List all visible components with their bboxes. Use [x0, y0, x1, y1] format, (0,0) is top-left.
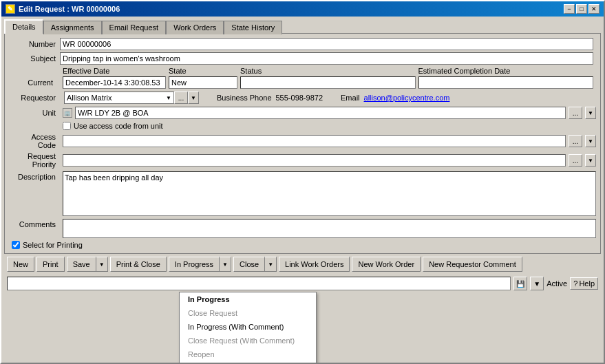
- unit-icon: 🏢: [63, 108, 72, 118]
- status-arrow-button[interactable]: ▼: [530, 277, 544, 290]
- form-area: Number Subject Effective Date State Stat…: [4, 33, 601, 254]
- tab-bar: Details Assignments Email Request Work O…: [4, 19, 601, 33]
- access-code-checkbox[interactable]: [63, 122, 71, 130]
- request-priority-row: Request Priority ... ▼: [9, 152, 596, 169]
- print-checkbox-label: Select for Printing: [23, 241, 83, 249]
- status-value: [240, 76, 416, 89]
- tab-state-history[interactable]: State History: [224, 21, 282, 34]
- access-code-label: Access Code: [12, 133, 60, 149]
- number-label: Number: [12, 40, 60, 48]
- tab-details[interactable]: Details: [4, 19, 43, 34]
- main-window: ✎ Edit Request : WR 00000006 − □ ✕ Detai…: [0, 0, 605, 364]
- print-close-button[interactable]: Print & Close: [110, 257, 167, 272]
- new-requestor-comment-button[interactable]: New Requestor Comment: [423, 257, 522, 272]
- requestor-arrow-button[interactable]: ▼: [188, 92, 199, 104]
- print-checkbox-row: Select for Printing: [9, 241, 596, 249]
- subject-label: Subject: [12, 54, 60, 63]
- minimize-button[interactable]: −: [564, 4, 575, 14]
- access-code-row: Access Code ... ▼: [9, 133, 596, 149]
- help-icon: ?: [573, 279, 577, 288]
- description-row: Description: [9, 171, 596, 216]
- access-checkbox-row: Use access code from unit: [9, 122, 596, 130]
- access-code-arrow-button[interactable]: ▼: [585, 135, 596, 147]
- dropdown-item-reopen[interactable]: Reopen: [180, 347, 316, 361]
- title-buttons: − □ ✕: [564, 4, 599, 14]
- save-button[interactable]: Save: [67, 257, 96, 272]
- current-row-label: Current: [9, 78, 57, 87]
- number-input[interactable]: [60, 38, 593, 50]
- save-dropdown-button[interactable]: ▼: [96, 257, 108, 272]
- print-checkbox[interactable]: [12, 241, 20, 249]
- estimated-completion-header: Estimated Completion Date: [418, 67, 594, 75]
- tab-assignments[interactable]: Assignments: [43, 21, 102, 34]
- link-work-orders-button[interactable]: Link Work Orders: [279, 257, 350, 272]
- in-progress-split-button: In Progress ▼: [169, 257, 231, 272]
- print-button[interactable]: Print: [36, 257, 65, 272]
- number-row: Number: [9, 38, 596, 50]
- description-label: Description: [12, 171, 60, 181]
- unit-arrow-button[interactable]: ▼: [585, 107, 596, 119]
- close-button[interactable]: Close: [233, 257, 265, 272]
- save-split-button: Save ▼: [67, 257, 108, 272]
- help-label: Help: [579, 279, 595, 288]
- window-icon: ✎: [6, 4, 15, 14]
- tab-email-request[interactable]: Email Request: [102, 21, 167, 34]
- status-bar: 💾 ▼ Active ? Help: [4, 275, 601, 292]
- toolbar: New Print Save ▼ Print & Close In Progre…: [4, 254, 601, 275]
- dropdown-item-close-with-comment[interactable]: Close Request (With Comment): [180, 334, 316, 347]
- business-phone-value: 555-098-9872: [276, 94, 323, 102]
- in-progress-button[interactable]: In Progress: [169, 257, 220, 272]
- close-dropdown-button[interactable]: ▼: [265, 257, 277, 272]
- requestor-label: Requestor: [12, 94, 60, 102]
- comments-row: Comments: [9, 219, 596, 238]
- dropdown-item-in-progress-comment[interactable]: In Progress (With Comment): [180, 320, 316, 334]
- comments-input[interactable]: [63, 219, 596, 238]
- close-window-button[interactable]: ✕: [588, 4, 599, 14]
- request-priority-label: Request Priority: [12, 152, 60, 169]
- title-bar: ✎ Edit Request : WR 00000006 − □ ✕: [1, 1, 604, 17]
- subject-row: Subject: [9, 52, 596, 65]
- unit-row: Unit 🏢 W/R LDY 2B @ BOA ... ▼: [9, 107, 596, 119]
- status-header: Status: [240, 67, 416, 75]
- new-work-order-button[interactable]: New Work Order: [352, 257, 421, 272]
- effective-date-value: December-10-14 3:30:08.53: [63, 76, 166, 89]
- state-header: State: [169, 67, 237, 75]
- description-input[interactable]: [63, 171, 596, 216]
- unit-select[interactable]: W/R LDY 2B @ BOA: [75, 107, 566, 119]
- in-progress-dropdown-button[interactable]: ▼: [220, 257, 231, 272]
- subject-input[interactable]: [60, 52, 593, 65]
- requestor-dots-button[interactable]: ...: [174, 92, 188, 104]
- estimated-completion-value: [418, 76, 594, 89]
- priority-dots-button[interactable]: ...: [569, 154, 582, 167]
- title-bar-left: ✎ Edit Request : WR 00000006: [6, 4, 120, 14]
- state-value: New: [169, 76, 237, 89]
- close-split-button: Close ▼: [233, 257, 277, 272]
- tab-work-orders[interactable]: Work Orders: [166, 21, 224, 34]
- active-badge: Active: [546, 279, 567, 288]
- new-button[interactable]: New: [7, 257, 34, 272]
- dropdown-item-close-request[interactable]: Close Request: [180, 306, 316, 320]
- unit-dots-button[interactable]: ...: [569, 107, 582, 119]
- comments-label: Comments: [12, 219, 60, 228]
- requestor-select[interactable]: Allison Matrix ▼: [64, 92, 174, 104]
- unit-label: Unit: [12, 109, 60, 117]
- email-label: Email: [341, 94, 360, 102]
- priority-arrow-button[interactable]: ▼: [585, 154, 596, 167]
- email-value[interactable]: allison@policycentre.com: [364, 94, 450, 102]
- access-code-checkbox-label: Use access code from unit: [74, 122, 163, 130]
- help-button[interactable]: ? Help: [570, 277, 598, 290]
- content-area: Details Assignments Email Request Work O…: [1, 17, 604, 295]
- business-phone-label: Business Phone: [217, 94, 272, 102]
- access-code-dots-button[interactable]: ...: [569, 135, 582, 147]
- maximize-button[interactable]: □: [576, 4, 587, 14]
- dropdown-item-in-progress[interactable]: In Progress: [180, 292, 316, 306]
- effective-date-header: Effective Date: [63, 67, 166, 75]
- window-title: Edit Request : WR 00000006: [19, 5, 120, 13]
- status-save-button[interactable]: 💾: [513, 277, 527, 290]
- dropdown-item-void[interactable]: Void: [180, 361, 316, 364]
- in-progress-dropdown-menu: In Progress Close Request In Progress (W…: [179, 292, 317, 364]
